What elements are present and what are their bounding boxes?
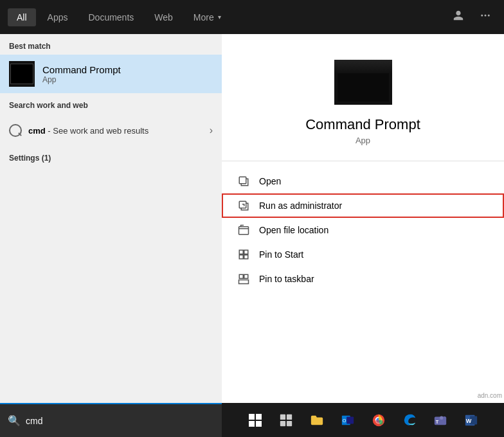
svg-text:T: T [435,418,438,424]
web-search-item[interactable]: cmd - See work and web results › [0,119,222,142]
svg-rect-15 [280,420,285,425]
taskbar: 🔍 cmd [0,403,504,437]
tab-apps-label: Apps [48,12,68,22]
pin-to-taskbar-icon [237,272,250,285]
web-item-text: cmd - See work and web results [28,126,148,136]
svg-rect-18 [346,416,354,424]
svg-rect-3 [239,177,246,184]
tab-more[interactable]: More ▾ [184,8,230,26]
edge-button[interactable] [395,403,424,437]
tab-all[interactable]: All [8,8,36,26]
tab-documents-label: Documents [88,12,134,22]
best-match-item[interactable]: Command Prompt App [0,55,222,93]
best-match-type: App [42,75,121,84]
search-web-section: cmd - See work and web results › [0,114,222,147]
svg-rect-12 [244,274,248,278]
best-match-label: Best match [0,34,222,55]
svg-point-26 [443,416,446,420]
svg-rect-13 [280,414,285,419]
svg-point-25 [440,416,444,420]
task-view-button[interactable] [272,403,300,437]
right-panel: Command Prompt App Open [222,34,504,403]
search-content: Best match Command Prompt App Search wor… [0,34,504,403]
open-file-location-icon [237,224,250,236]
action-pin-to-taskbar[interactable]: Pin to taskbar [222,267,504,291]
tab-all-label: All [17,12,27,22]
open-label: Open [259,176,281,186]
tab-documents[interactable]: Documents [79,8,143,26]
teams-button[interactable]: T [426,403,455,437]
more-dots-button[interactable] [474,7,496,27]
web-arrow-icon: › [210,125,213,136]
action-run-as-admin[interactable]: Run as administrator [222,193,504,218]
run-as-admin-label: Run as administrator [259,201,342,211]
divider [222,161,504,161]
action-pin-to-start[interactable]: Pin to Start [222,242,504,267]
command-prompt-small-icon [9,61,35,87]
top-nav: All Apps Documents Web More ▾ [0,0,504,34]
cmd-screen [338,63,389,102]
outlook-button[interactable]: O [334,403,362,437]
svg-text:W: W [465,417,471,424]
svg-rect-5 [239,227,249,235]
run-as-admin-icon [237,199,250,212]
pin-to-start-icon [237,248,250,261]
chevron-down-icon: ▾ [218,13,221,21]
action-list: Open Run as administrator [222,166,504,294]
svg-point-0 [481,15,483,17]
search-circle-icon [9,124,22,137]
search-web-label: Search work and web [0,93,222,114]
web-suffix: - See work and web results [46,126,148,136]
start-button[interactable] [241,403,269,437]
command-prompt-big-icon [334,60,392,105]
svg-text:O: O [342,417,346,423]
pin-to-start-label: Pin to Start [259,249,303,260]
svg-rect-14 [286,414,291,419]
taskbar-search-box[interactable]: 🔍 cmd [0,403,222,437]
svg-rect-16 [286,420,291,425]
svg-rect-8 [239,255,243,259]
svg-rect-11 [239,274,243,278]
taskbar-icons: O [222,403,504,437]
web-query: cmd [28,126,46,136]
svg-rect-6 [239,250,243,254]
best-match-name: Command Prompt [42,64,121,75]
windows-logo-icon [249,414,262,427]
app-big-type: App [356,136,370,145]
left-panel: Best match Command Prompt App Search wor… [0,34,222,403]
tab-web-label: Web [154,12,173,22]
settings-section: Settings (1) [0,147,222,169]
chrome-button[interactable] [364,403,393,437]
watermark: adn.com [476,391,504,400]
tab-more-label: More [194,12,214,22]
tab-web[interactable]: Web [145,8,182,26]
action-open-file-location[interactable]: Open file location [222,218,504,242]
tab-apps[interactable]: Apps [39,8,77,26]
open-icon [237,175,250,188]
taskbar-search-icon: 🔍 [8,415,21,427]
svg-point-2 [488,15,490,17]
svg-rect-10 [239,280,249,284]
nav-right-icons [447,7,496,27]
pin-to-taskbar-label: Pin to taskbar [259,274,314,284]
settings-count: Settings (1) [0,150,222,166]
file-explorer-button[interactable] [303,403,331,437]
taskbar-search-text: cmd [26,416,42,426]
svg-rect-7 [244,250,248,254]
action-open[interactable]: Open [222,169,504,193]
svg-rect-9 [244,255,248,259]
word-button[interactable]: W [457,403,485,437]
svg-point-1 [485,15,487,17]
app-big-name: Command Prompt [305,116,420,133]
person-icon-button[interactable] [447,7,469,27]
best-match-text: Command Prompt App [42,64,121,84]
open-file-location-label: Open file location [259,225,328,235]
